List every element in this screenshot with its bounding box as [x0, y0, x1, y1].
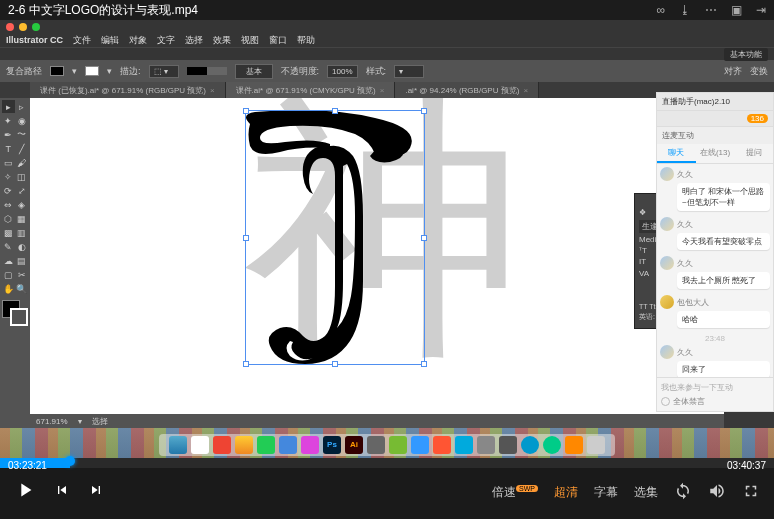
dock-app[interactable]	[455, 436, 473, 454]
gradient-tool[interactable]: ▥	[16, 226, 29, 239]
dock-trash[interactable]	[587, 436, 605, 454]
graph-tool[interactable]: ▤	[16, 254, 29, 267]
loop-icon[interactable]	[674, 482, 692, 503]
dock-app[interactable]	[565, 436, 583, 454]
slice-tool[interactable]: ✂	[16, 268, 29, 281]
dock-app[interactable]	[411, 436, 429, 454]
volume-icon[interactable]	[708, 482, 726, 503]
download-icon[interactable]: ⭳	[679, 3, 691, 17]
resize-handle[interactable]	[243, 235, 249, 241]
dock-app-illustrator[interactable]: Ai	[345, 436, 363, 454]
dock-app[interactable]	[367, 436, 385, 454]
line-tool[interactable]: ╱	[16, 142, 29, 155]
transform-link[interactable]: 变换	[750, 65, 768, 78]
chat-input[interactable]: 我也来参与一下互动	[661, 382, 769, 393]
selection-bounding-box[interactable]	[245, 110, 425, 365]
dock-app[interactable]	[389, 436, 407, 454]
opacity-field[interactable]: 100%	[327, 65, 357, 78]
next-button[interactable]	[88, 482, 104, 502]
chat-tab-chat[interactable]: 聊天	[657, 144, 696, 163]
mute-all-toggle[interactable]: 全体禁言	[661, 396, 769, 407]
mesh-tool[interactable]: ▩	[2, 226, 15, 239]
dock-app[interactable]	[257, 436, 275, 454]
more-icon[interactable]: ⋯	[705, 3, 717, 17]
menu-view[interactable]: 视图	[241, 34, 259, 47]
share-icon[interactable]: ∞	[656, 3, 665, 17]
workspace-switcher[interactable]: 基本功能	[724, 48, 768, 61]
eyedropper-tool[interactable]: ✎	[2, 240, 15, 253]
dock-app[interactable]	[477, 436, 495, 454]
dock-app-photoshop[interactable]: Ps	[323, 436, 341, 454]
collapse-icon[interactable]: ⇥	[756, 3, 766, 17]
resize-handle[interactable]	[332, 108, 338, 114]
video-progress-bar[interactable]	[0, 458, 774, 468]
dock-app[interactable]	[543, 436, 561, 454]
paintbrush-tool[interactable]: 🖌	[16, 156, 29, 169]
stroke-swatch[interactable]	[85, 66, 99, 76]
dock-app[interactable]	[433, 436, 451, 454]
resize-handle[interactable]	[421, 235, 427, 241]
minimize-window-icon[interactable]	[19, 23, 27, 31]
doc-tab-2[interactable]: 课件.ai* @ 671.91% (CMYK/GPU 预览)×	[226, 82, 396, 98]
curvature-tool[interactable]: 〜	[16, 128, 29, 141]
brush-preview[interactable]	[187, 67, 227, 75]
maximize-window-icon[interactable]	[32, 23, 40, 31]
blend-tool[interactable]: ◐	[16, 240, 29, 253]
menu-file[interactable]: 文件	[73, 34, 91, 47]
close-icon[interactable]: ×	[523, 86, 528, 95]
zoom-tool[interactable]: 🔍	[16, 282, 29, 295]
fill-swatch[interactable]	[50, 66, 64, 76]
menu-type[interactable]: 文字	[157, 34, 175, 47]
lasso-tool[interactable]: ◉	[16, 114, 29, 127]
resize-handle[interactable]	[421, 108, 427, 114]
shape-builder-tool[interactable]: ⬡	[2, 212, 15, 225]
eraser-tool[interactable]: ◫	[16, 170, 29, 183]
hand-tool[interactable]: ✋	[2, 282, 15, 295]
pen-tool[interactable]: ✒	[2, 128, 15, 141]
close-window-icon[interactable]	[6, 23, 14, 31]
stroke-color[interactable]	[10, 308, 28, 326]
playback-speed[interactable]: 倍速SWP	[492, 484, 538, 501]
scale-tool[interactable]: ⤢	[16, 184, 29, 197]
pip-icon[interactable]: ▣	[731, 3, 742, 17]
style-field[interactable]: ▾	[394, 65, 424, 78]
dock-app-finder[interactable]	[169, 436, 187, 454]
doc-tab-1[interactable]: 课件 (已恢复).ai* @ 671.91% (RGB/GPU 预览)×	[30, 82, 226, 98]
rotate-tool[interactable]: ⟳	[2, 184, 15, 197]
canvas[interactable]: 神 671.91% ▾ 选择	[30, 98, 724, 428]
menu-select[interactable]: 选择	[185, 34, 203, 47]
dock-app[interactable]	[301, 436, 319, 454]
zoom-level[interactable]: 671.91%	[36, 417, 68, 426]
menu-window[interactable]: 窗口	[269, 34, 287, 47]
brush-basic[interactable]: 基本	[235, 64, 273, 79]
chat-tab-qa[interactable]: 提问	[734, 144, 773, 163]
close-icon[interactable]: ×	[210, 86, 215, 95]
selection-tool[interactable]: ▸	[2, 100, 15, 113]
width-tool[interactable]: ⇔	[2, 198, 15, 211]
align-link[interactable]: 对齐	[724, 65, 742, 78]
shaper-tool[interactable]: ✧	[2, 170, 15, 183]
stroke-weight-field[interactable]: ⬚ ▾	[149, 65, 179, 78]
dock-app[interactable]	[499, 436, 517, 454]
episode-selector[interactable]: 选集	[634, 484, 658, 501]
perspective-tool[interactable]: ▦	[16, 212, 29, 225]
menu-help[interactable]: 帮助	[297, 34, 315, 47]
fullscreen-icon[interactable]	[742, 482, 760, 503]
menu-edit[interactable]: 编辑	[101, 34, 119, 47]
dock-app[interactable]	[279, 436, 297, 454]
progress-knob[interactable]	[65, 456, 75, 466]
menu-object[interactable]: 对象	[129, 34, 147, 47]
direct-selection-tool[interactable]: ▹	[16, 100, 29, 113]
magic-wand-tool[interactable]: ✦	[2, 114, 15, 127]
doc-tab-3[interactable]: .ai* @ 94.24% (RGB/GPU 预览)×	[395, 82, 539, 98]
type-tool[interactable]: T	[2, 142, 15, 155]
quality-selector[interactable]: 超清	[554, 484, 578, 501]
subtitle-toggle[interactable]: 字幕	[594, 484, 618, 501]
resize-handle[interactable]	[421, 361, 427, 367]
close-icon[interactable]: ×	[380, 86, 385, 95]
resize-handle[interactable]	[332, 361, 338, 367]
dock-app[interactable]	[521, 436, 539, 454]
dock-app[interactable]	[235, 436, 253, 454]
dock-app[interactable]	[191, 436, 209, 454]
color-controls[interactable]	[2, 300, 28, 326]
